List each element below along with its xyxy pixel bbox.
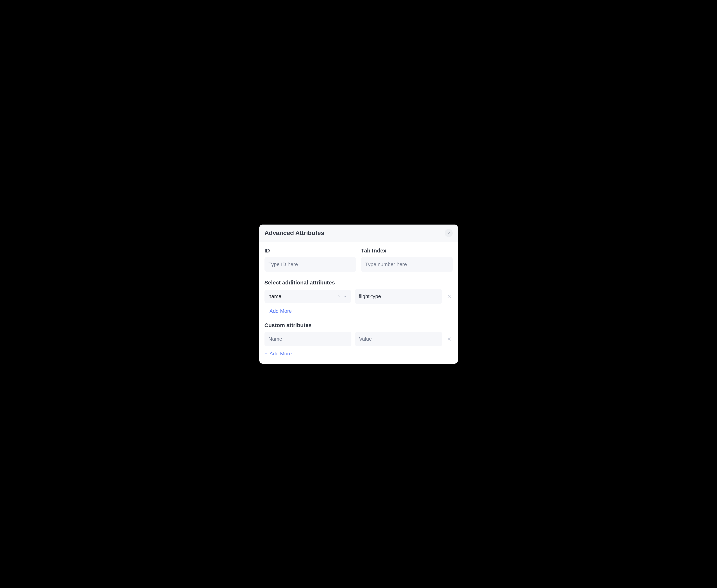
chevron-down-icon — [343, 295, 347, 298]
id-label: ID — [265, 248, 356, 254]
clear-select-button[interactable] — [337, 294, 342, 299]
add-more-custom-button[interactable]: + Add More — [265, 351, 292, 357]
tabindex-label: Tab Index — [361, 248, 453, 254]
remove-attribute-row-button[interactable] — [446, 293, 453, 300]
panel-body: ID Tab Index Select additional attribute… — [259, 242, 458, 364]
custom-attribute-row — [265, 332, 453, 346]
id-tabindex-row: ID Tab Index — [265, 248, 453, 272]
custom-attributes-label: Custom attributes — [265, 322, 453, 328]
panel-title: Advanced Attributes — [265, 229, 324, 236]
add-more-attributes-button[interactable]: + Add More — [265, 308, 292, 314]
additional-attribute-row: name — [265, 289, 453, 304]
attribute-value-input[interactable] — [355, 289, 442, 304]
add-more-label: Add More — [269, 308, 292, 314]
close-icon — [447, 337, 452, 341]
panel-header: Advanced Attributes — [259, 225, 458, 242]
open-select-button[interactable] — [343, 294, 348, 299]
custom-attribute-name-input[interactable] — [265, 332, 351, 346]
attribute-key-value: name — [268, 293, 281, 299]
close-icon — [337, 295, 341, 298]
collapse-toggle-button[interactable] — [445, 229, 453, 237]
select-actions — [337, 294, 348, 299]
tabindex-input[interactable] — [361, 257, 453, 272]
custom-attribute-value-input[interactable] — [355, 332, 442, 346]
additional-attributes-label: Select additional attributes — [265, 279, 453, 286]
close-icon — [447, 294, 452, 299]
id-field-group: ID — [265, 248, 356, 272]
chevron-down-icon — [447, 231, 450, 235]
tabindex-field-group: Tab Index — [361, 248, 453, 272]
add-more-label: Add More — [269, 351, 292, 357]
advanced-attributes-panel: Advanced Attributes ID Tab Index Select … — [259, 225, 458, 364]
plus-icon: + — [265, 308, 268, 314]
id-input[interactable] — [265, 257, 356, 272]
remove-custom-row-button[interactable] — [446, 336, 453, 342]
attribute-key-select[interactable]: name — [265, 290, 351, 303]
plus-icon: + — [265, 351, 268, 356]
